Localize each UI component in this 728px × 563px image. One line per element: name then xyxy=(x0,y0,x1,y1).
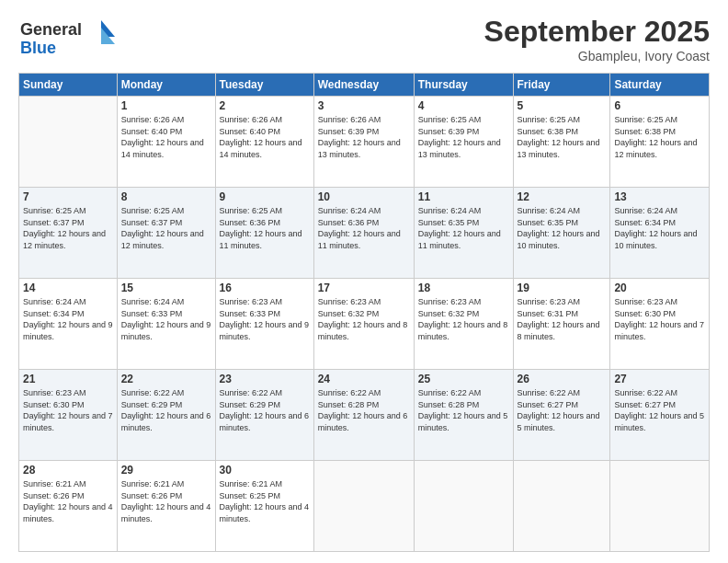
week-row-2: 14Sunrise: 6:24 AMSunset: 6:34 PMDayligh… xyxy=(19,279,710,370)
calendar-cell: 22Sunrise: 6:22 AMSunset: 6:29 PMDayligh… xyxy=(117,370,215,461)
day-info: Sunrise: 6:24 AMSunset: 6:36 PMDaylight:… xyxy=(318,205,410,251)
weekday-header-tuesday: Tuesday xyxy=(215,74,313,97)
day-info: Sunrise: 6:24 AMSunset: 6:34 PMDaylight:… xyxy=(614,205,705,251)
location-subtitle: Gbampleu, Ivory Coast xyxy=(484,49,710,63)
calendar-cell xyxy=(513,461,610,552)
header: General Blue September 2025 Gbampleu, Iv… xyxy=(18,15,710,63)
weekday-header-row: SundayMondayTuesdayWednesdayThursdayFrid… xyxy=(19,74,710,97)
calendar-cell: 2Sunrise: 6:26 AMSunset: 6:40 PMDaylight… xyxy=(215,97,313,188)
calendar-cell: 12Sunrise: 6:24 AMSunset: 6:35 PMDayligh… xyxy=(513,188,610,279)
calendar-table: SundayMondayTuesdayWednesdayThursdayFrid… xyxy=(18,73,710,552)
day-info: Sunrise: 6:25 AMSunset: 6:37 PMDaylight:… xyxy=(23,205,113,251)
day-number: 15 xyxy=(121,282,211,294)
calendar-cell: 15Sunrise: 6:24 AMSunset: 6:33 PMDayligh… xyxy=(117,279,215,370)
calendar-cell: 17Sunrise: 6:23 AMSunset: 6:32 PMDayligh… xyxy=(313,279,414,370)
svg-text:General: General xyxy=(20,20,82,39)
svg-text:Blue: Blue xyxy=(20,39,56,57)
day-number: 20 xyxy=(614,282,705,294)
day-info: Sunrise: 6:23 AMSunset: 6:32 PMDaylight:… xyxy=(318,296,410,342)
day-number: 29 xyxy=(121,464,211,477)
calendar-cell: 10Sunrise: 6:24 AMSunset: 6:36 PMDayligh… xyxy=(313,188,414,279)
weekday-header-wednesday: Wednesday xyxy=(313,74,414,97)
day-number: 16 xyxy=(220,282,310,294)
day-info: Sunrise: 6:23 AMSunset: 6:33 PMDaylight:… xyxy=(220,296,310,342)
day-info: Sunrise: 6:26 AMSunset: 6:39 PMDaylight:… xyxy=(318,114,410,160)
calendar-cell: 1Sunrise: 6:26 AMSunset: 6:40 PMDaylight… xyxy=(117,97,215,188)
calendar-cell: 24Sunrise: 6:22 AMSunset: 6:28 PMDayligh… xyxy=(313,370,414,461)
day-info: Sunrise: 6:22 AMSunset: 6:29 PMDaylight:… xyxy=(121,387,211,433)
calendar-cell: 13Sunrise: 6:24 AMSunset: 6:34 PMDayligh… xyxy=(610,188,710,279)
calendar-cell: 7Sunrise: 6:25 AMSunset: 6:37 PMDaylight… xyxy=(19,188,118,279)
week-row-3: 21Sunrise: 6:23 AMSunset: 6:30 PMDayligh… xyxy=(19,370,710,461)
day-info: Sunrise: 6:26 AMSunset: 6:40 PMDaylight:… xyxy=(220,114,310,160)
calendar-cell: 11Sunrise: 6:24 AMSunset: 6:35 PMDayligh… xyxy=(414,188,513,279)
day-number: 11 xyxy=(418,190,509,203)
day-number: 8 xyxy=(121,190,211,203)
day-number: 2 xyxy=(220,99,310,112)
title-block: September 2025 Gbampleu, Ivory Coast xyxy=(484,15,710,63)
calendar-cell: 16Sunrise: 6:23 AMSunset: 6:33 PMDayligh… xyxy=(215,279,313,370)
day-number: 14 xyxy=(23,282,113,294)
logo: General Blue xyxy=(18,15,129,63)
day-number: 13 xyxy=(614,190,705,203)
day-info: Sunrise: 6:24 AMSunset: 6:33 PMDaylight:… xyxy=(121,296,211,342)
calendar-cell xyxy=(414,461,513,552)
calendar-cell: 26Sunrise: 6:22 AMSunset: 6:27 PMDayligh… xyxy=(513,370,610,461)
day-number: 28 xyxy=(23,464,113,477)
calendar-cell: 23Sunrise: 6:22 AMSunset: 6:29 PMDayligh… xyxy=(215,370,313,461)
calendar-cell: 19Sunrise: 6:23 AMSunset: 6:31 PMDayligh… xyxy=(513,279,610,370)
day-info: Sunrise: 6:21 AMSunset: 6:26 PMDaylight:… xyxy=(23,478,113,524)
day-number: 23 xyxy=(220,373,310,385)
week-row-1: 7Sunrise: 6:25 AMSunset: 6:37 PMDaylight… xyxy=(19,188,710,279)
calendar-cell: 4Sunrise: 6:25 AMSunset: 6:39 PMDaylight… xyxy=(414,97,513,188)
week-row-4: 28Sunrise: 6:21 AMSunset: 6:26 PMDayligh… xyxy=(19,461,710,552)
day-info: Sunrise: 6:22 AMSunset: 6:27 PMDaylight:… xyxy=(518,387,607,433)
day-info: Sunrise: 6:24 AMSunset: 6:35 PMDaylight:… xyxy=(418,205,509,251)
month-title: September 2025 xyxy=(484,15,710,49)
calendar-cell xyxy=(313,461,414,552)
calendar-cell: 18Sunrise: 6:23 AMSunset: 6:32 PMDayligh… xyxy=(414,279,513,370)
day-info: Sunrise: 6:23 AMSunset: 6:30 PMDaylight:… xyxy=(614,296,705,342)
day-info: Sunrise: 6:21 AMSunset: 6:26 PMDaylight:… xyxy=(121,478,211,524)
day-number: 26 xyxy=(518,373,607,385)
day-info: Sunrise: 6:25 AMSunset: 6:36 PMDaylight:… xyxy=(220,205,310,251)
day-info: Sunrise: 6:25 AMSunset: 6:37 PMDaylight:… xyxy=(121,205,211,251)
weekday-header-monday: Monday xyxy=(117,74,215,97)
day-number: 27 xyxy=(614,373,705,385)
day-number: 24 xyxy=(318,373,410,385)
weekday-header-friday: Friday xyxy=(513,74,610,97)
page: General Blue September 2025 Gbampleu, Iv… xyxy=(0,0,728,563)
day-info: Sunrise: 6:25 AMSunset: 6:38 PMDaylight:… xyxy=(614,114,705,160)
day-number: 5 xyxy=(518,99,607,112)
day-info: Sunrise: 6:25 AMSunset: 6:38 PMDaylight:… xyxy=(518,114,607,160)
day-number: 17 xyxy=(318,282,410,294)
day-number: 7 xyxy=(23,190,113,203)
day-number: 1 xyxy=(121,99,211,112)
day-number: 21 xyxy=(23,373,113,385)
calendar-cell xyxy=(19,97,118,188)
calendar-cell: 6Sunrise: 6:25 AMSunset: 6:38 PMDaylight… xyxy=(610,97,710,188)
day-number: 30 xyxy=(220,464,310,477)
calendar-cell: 25Sunrise: 6:22 AMSunset: 6:28 PMDayligh… xyxy=(414,370,513,461)
day-info: Sunrise: 6:21 AMSunset: 6:25 PMDaylight:… xyxy=(220,478,310,524)
day-number: 6 xyxy=(614,99,705,112)
calendar-cell: 14Sunrise: 6:24 AMSunset: 6:34 PMDayligh… xyxy=(19,279,118,370)
calendar-cell: 29Sunrise: 6:21 AMSunset: 6:26 PMDayligh… xyxy=(117,461,215,552)
calendar-cell: 30Sunrise: 6:21 AMSunset: 6:25 PMDayligh… xyxy=(215,461,313,552)
day-info: Sunrise: 6:26 AMSunset: 6:40 PMDaylight:… xyxy=(121,114,211,160)
day-number: 25 xyxy=(418,373,509,385)
day-number: 19 xyxy=(518,282,607,294)
day-info: Sunrise: 6:23 AMSunset: 6:30 PMDaylight:… xyxy=(23,387,113,433)
week-row-0: 1Sunrise: 6:26 AMSunset: 6:40 PMDaylight… xyxy=(19,97,710,188)
weekday-header-sunday: Sunday xyxy=(19,74,118,97)
day-number: 3 xyxy=(318,99,410,112)
day-number: 9 xyxy=(220,190,310,203)
day-number: 18 xyxy=(418,282,509,294)
day-number: 12 xyxy=(518,190,607,203)
day-number: 4 xyxy=(418,99,509,112)
logo-text: General Blue xyxy=(18,15,129,63)
day-info: Sunrise: 6:25 AMSunset: 6:39 PMDaylight:… xyxy=(418,114,509,160)
weekday-header-thursday: Thursday xyxy=(414,74,513,97)
day-number: 10 xyxy=(318,190,410,203)
calendar-cell: 20Sunrise: 6:23 AMSunset: 6:30 PMDayligh… xyxy=(610,279,710,370)
